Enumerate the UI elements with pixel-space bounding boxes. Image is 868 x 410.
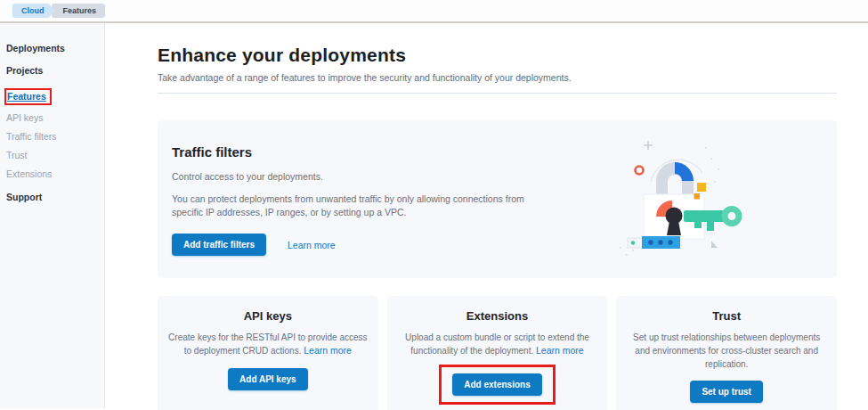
- card-extensions-title: Extensions: [398, 309, 597, 323]
- padlock-key-illustration: [601, 134, 770, 266]
- sidebar-item-support[interactable]: Support: [6, 192, 99, 202]
- sidebar-item-extensions[interactable]: Extensions: [6, 168, 99, 179]
- main-content: Enhance your deployments Take advantage …: [105, 23, 868, 408]
- card-extensions-text: Upload a custom bundle or script to exte…: [398, 331, 597, 358]
- breadcrumb-item-cloud[interactable]: Cloud: [12, 4, 55, 18]
- card-trust-title: Trust: [627, 309, 826, 323]
- topbar: Cloud Features: [0, 0, 868, 23]
- traffic-filters-panel: Traffic filters Control access to your d…: [158, 120, 837, 278]
- traffic-filters-title: Traffic filters: [172, 144, 556, 160]
- page-subtitle: Take advantage of a range of features to…: [158, 72, 837, 83]
- traffic-filters-line1: Control access to your deployments.: [172, 170, 556, 184]
- set-up-trust-button[interactable]: Set up trust: [690, 381, 763, 403]
- sidebar-item-traffic-filters[interactable]: Traffic filters: [6, 131, 99, 142]
- add-extensions-button[interactable]: Add extensions: [452, 373, 541, 396]
- card-extensions-learn-more-link[interactable]: Learn more: [536, 345, 584, 356]
- card-api-keys: API keys Create keys for the RESTful API…: [158, 296, 378, 410]
- card-extensions: Extensions Upload a custom bundle or scr…: [387, 296, 608, 410]
- feature-cards: API keys Create keys for the RESTful API…: [158, 296, 837, 410]
- card-extensions-button-row: Add extensions: [398, 368, 597, 401]
- card-api-keys-learn-more-link[interactable]: Learn more: [304, 345, 352, 356]
- padlock-key-illustration-svg: [601, 134, 770, 266]
- breadcrumb: Cloud Features: [12, 4, 105, 18]
- traffic-filters-line2: You can protect deployments from unwante…: [172, 193, 556, 219]
- card-api-keys-title: API keys: [168, 309, 368, 323]
- content-row: Deployments Projects Features API keys T…: [0, 23, 868, 408]
- card-trust: Trust Set up trust relationships between…: [616, 296, 837, 410]
- card-trust-button-row: Set up trust: [627, 381, 826, 403]
- add-api-keys-button[interactable]: Add API keys: [228, 368, 308, 390]
- annotation-box-add-extensions: Add extensions: [439, 365, 555, 405]
- breadcrumb-item-features[interactable]: Features: [52, 4, 106, 18]
- card-trust-text: Set up trust relationships between deplo…: [627, 331, 826, 371]
- page: Cloud Features Deployments Projects Feat…: [0, 0, 868, 410]
- add-traffic-filters-button[interactable]: Add traffic filters: [172, 234, 266, 256]
- header-divider: [158, 93, 837, 94]
- sidebar-item-deployments[interactable]: Deployments: [6, 43, 99, 53]
- sidebar-item-trust[interactable]: Trust: [6, 150, 99, 160]
- card-trust-text-body: Set up trust relationships between deplo…: [633, 332, 820, 369]
- sidebar-item-api-keys[interactable]: API keys: [6, 112, 99, 123]
- sidebar-item-projects[interactable]: Projects: [6, 65, 99, 76]
- traffic-filters-learn-more-link[interactable]: Learn more: [288, 240, 336, 250]
- card-api-keys-button-row: Add API keys: [168, 368, 368, 390]
- card-api-keys-text: Create keys for the RESTful API to provi…: [168, 331, 368, 358]
- traffic-filters-content: Traffic filters Control access to your d…: [172, 143, 556, 257]
- sidebar-item-features[interactable]: Features: [4, 88, 52, 105]
- sidebar: Deployments Projects Features API keys T…: [0, 23, 105, 408]
- traffic-filters-actions: Add traffic filters Learn more: [172, 234, 556, 256]
- page-title: Enhance your deployments: [158, 45, 837, 66]
